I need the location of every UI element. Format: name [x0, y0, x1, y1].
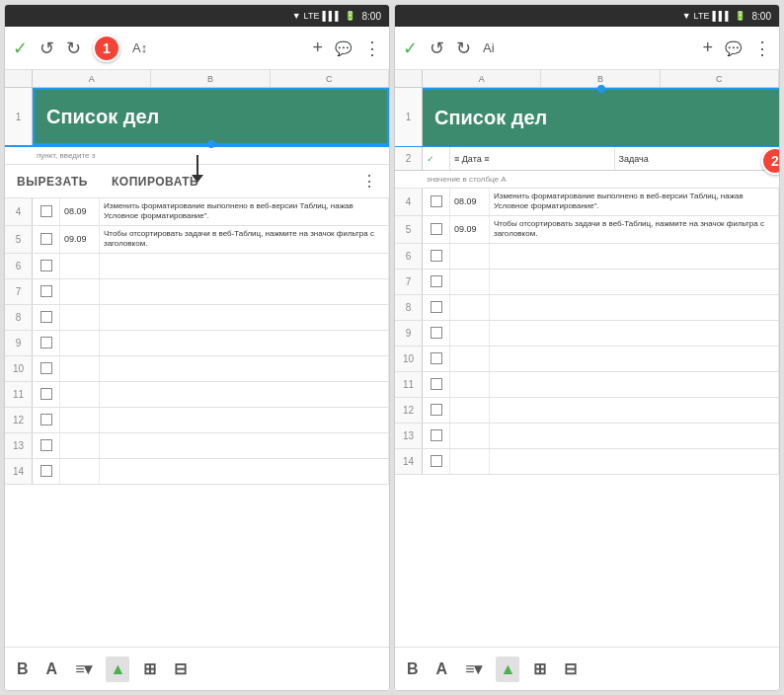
- cut-button[interactable]: ВЫРЕЗАТЬ: [17, 175, 88, 189]
- redo-button[interactable]: ↻: [66, 38, 81, 59]
- col-a-label-2: A: [423, 70, 541, 87]
- checkbox-cell[interactable]: [423, 270, 450, 294]
- bold-button[interactable]: B: [13, 656, 33, 682]
- checkbox-cell[interactable]: [33, 459, 60, 484]
- more-button[interactable]: ⋮: [363, 38, 381, 59]
- align-button-2[interactable]: ≡▾: [461, 656, 486, 682]
- comment-button-2[interactable]: 💬: [725, 40, 742, 56]
- merge-button-2[interactable]: ⊞: [529, 656, 550, 682]
- status-icons-1: ▼ LTE ▌▌▌ 🔋 8:00: [292, 11, 381, 22]
- undo-button[interactable]: ↺: [39, 38, 54, 59]
- checkbox-cell[interactable]: [423, 295, 450, 320]
- date-cell: [450, 244, 490, 269]
- checkbox[interactable]: [431, 429, 442, 441]
- checkbox[interactable]: [431, 455, 442, 467]
- checkbox[interactable]: [431, 378, 442, 390]
- row-num: 8: [395, 295, 423, 320]
- checkbox[interactable]: [40, 285, 52, 297]
- checkbox-cell[interactable]: [33, 254, 60, 278]
- wrap-button[interactable]: ⊟: [170, 656, 191, 682]
- time-label-2: 8:00: [752, 11, 771, 22]
- table-row: 11: [395, 372, 779, 398]
- row-num: 9: [5, 331, 33, 355]
- checkbox-cell[interactable]: [423, 398, 450, 423]
- checkbox[interactable]: [40, 465, 52, 477]
- checkbox[interactable]: [40, 362, 52, 374]
- text-cell: [100, 279, 389, 304]
- info-row-2: значение в столбце A 2: [395, 171, 779, 189]
- checkbox[interactable]: [431, 352, 442, 364]
- font-size-button-2[interactable]: Ai: [483, 40, 495, 55]
- check-button[interactable]: ✓: [13, 38, 28, 59]
- checkbox-cell[interactable]: [33, 331, 60, 355]
- col-labels-2: A B C: [395, 70, 779, 88]
- fill-button[interactable]: ▲: [106, 656, 129, 682]
- checkbox-cell[interactable]: [423, 216, 450, 243]
- header-text-1: Список дел: [46, 106, 159, 128]
- checkbox-cell[interactable]: [423, 347, 450, 371]
- checkbox[interactable]: [431, 301, 442, 313]
- checkbox-cell[interactable]: [423, 424, 450, 448]
- checkbox-cell[interactable]: [33, 226, 60, 253]
- checkbox-cell[interactable]: [33, 382, 60, 407]
- checkbox[interactable]: [40, 337, 52, 348]
- checkbox-cell[interactable]: [423, 244, 450, 269]
- subheader-rownum-2: 2: [395, 147, 423, 170]
- text-cell: [100, 459, 389, 484]
- row-num: 7: [5, 279, 33, 304]
- text-cell: [100, 408, 389, 432]
- checkbox-cell[interactable]: [423, 189, 450, 215]
- checkbox[interactable]: [40, 439, 52, 451]
- subheader-row-2: 2 ✓ ≡ Дата ≡ Задача: [395, 147, 779, 171]
- font-button-2[interactable]: A: [432, 656, 452, 682]
- checkbox[interactable]: [40, 205, 52, 217]
- fill-button-2[interactable]: ▲: [496, 656, 519, 682]
- align-button[interactable]: ≡▾: [71, 656, 96, 682]
- more-options-button[interactable]: ⋮: [361, 172, 377, 191]
- checkbox[interactable]: [40, 388, 52, 400]
- checkbox-cell[interactable]: [33, 198, 60, 225]
- row-num: 5: [5, 226, 33, 253]
- checkbox[interactable]: [40, 414, 52, 425]
- bold-button-2[interactable]: B: [403, 656, 423, 682]
- date-cell: [60, 305, 100, 330]
- checkbox-cell[interactable]: [33, 433, 60, 458]
- col-a-label: A: [33, 70, 151, 87]
- checkbox[interactable]: [431, 223, 442, 235]
- checkbox[interactable]: [431, 327, 442, 339]
- checkbox[interactable]: [431, 195, 442, 207]
- font-size-button[interactable]: A↕: [132, 40, 147, 55]
- font-button[interactable]: A: [42, 656, 62, 682]
- row-num: 12: [395, 398, 423, 423]
- comment-button[interactable]: 💬: [335, 40, 352, 56]
- checkbox-cell[interactable]: [33, 356, 60, 381]
- checkbox-cell[interactable]: [423, 372, 450, 397]
- checkbox[interactable]: [40, 233, 52, 245]
- add-button[interactable]: +: [312, 38, 323, 58]
- check-button-2[interactable]: ✓: [403, 38, 418, 59]
- text-cell: [490, 398, 779, 423]
- copy-button[interactable]: КОПИРОВАТЬ: [112, 175, 198, 189]
- checkbox-cell[interactable]: [423, 321, 450, 346]
- checkbox[interactable]: [431, 275, 442, 287]
- table-row: 13: [5, 433, 389, 459]
- checkbox-cell[interactable]: [423, 449, 450, 474]
- merge-button[interactable]: ⊞: [139, 656, 160, 682]
- add-button-2[interactable]: +: [702, 38, 713, 58]
- table-row: 7: [5, 279, 389, 305]
- checkbox[interactable]: [40, 311, 52, 323]
- checkbox[interactable]: [431, 404, 442, 416]
- row-num: 4: [5, 198, 33, 225]
- spreadsheet-2: A B C 1 Список дел 2 ✓ ≡ Дата ≡ Задача: [395, 70, 779, 647]
- more-button-2[interactable]: ⋮: [753, 38, 771, 59]
- wrap-button-2[interactable]: ⊟: [560, 656, 581, 682]
- checkbox[interactable]: [431, 250, 442, 262]
- checkbox[interactable]: [40, 260, 52, 271]
- checkbox-cell[interactable]: [33, 305, 60, 330]
- checkbox-cell[interactable]: [33, 408, 60, 432]
- checkbox-cell[interactable]: [33, 279, 60, 304]
- undo-button-2[interactable]: ↺: [430, 38, 444, 59]
- row-num: 14: [5, 459, 33, 484]
- text-cell: [490, 424, 779, 448]
- redo-button-2[interactable]: ↻: [456, 38, 471, 59]
